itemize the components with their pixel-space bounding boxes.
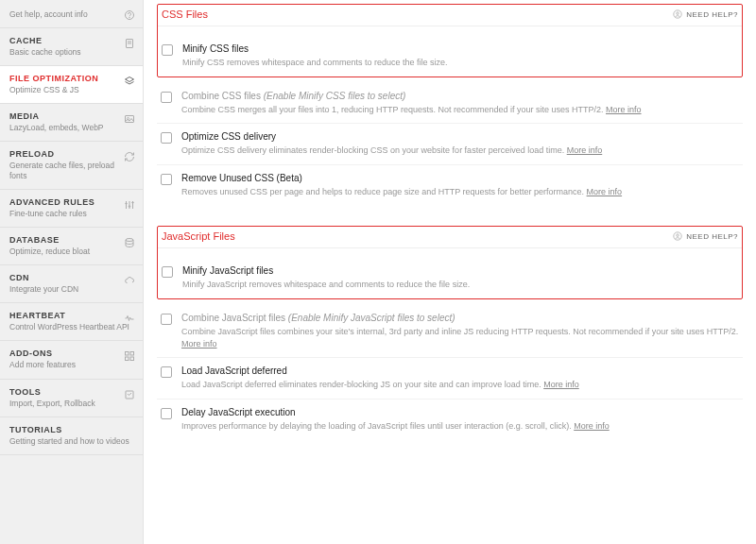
option-title: Combine JavaScript files (Enable Minify … [181, 313, 739, 323]
sidebar-item-title: ADD-ONS [9, 348, 133, 358]
sidebar-item-add-ons[interactable]: ADD-ONSAdd more features [0, 341, 143, 379]
sidebar-item-file-optimization[interactable]: FILE OPTIMIZATIONOptimize CSS & JS [0, 66, 143, 104]
option-title: Load JavaScript deferred [181, 366, 739, 376]
option-checkbox[interactable] [161, 174, 172, 185]
sidebar-item-help[interactable]: Get help, account info [0, 0, 143, 28]
option-description: Removes unused CSS per page and helps to… [181, 186, 739, 198]
need-help-link[interactable]: NEED HELP? [673, 231, 738, 241]
sidebar-item-tutorials[interactable]: TUTORIALSGetting started and how to vide… [0, 417, 143, 455]
option-checkbox[interactable] [161, 92, 172, 103]
option-body: Minify CSS filesMinify CSS removes white… [182, 43, 738, 69]
option-checkbox[interactable] [161, 314, 172, 325]
option-row: Load JavaScript deferredLoad JavaScript … [157, 358, 743, 400]
option-checkbox[interactable] [161, 408, 172, 419]
option-title: Remove Unused CSS (Beta) [181, 173, 739, 183]
section-title: CSS Files [162, 8, 208, 20]
sidebar-item-subtitle: Import, Export, Rollback [9, 399, 133, 409]
section-header: JavaScript FilesNEED HELP? [158, 227, 742, 248]
svg-rect-16 [130, 352, 134, 356]
option-checkbox[interactable] [162, 266, 173, 278]
layers-icon [124, 76, 135, 87]
option-title-text: Minify JavaScript files [182, 265, 273, 276]
sidebar-item-subtitle: LazyLoad, embeds, WebP [9, 123, 133, 133]
sidebar-item-cdn[interactable]: CDNIntegrate your CDN [0, 265, 143, 303]
sidebar-item-subtitle: Get help, account info [9, 9, 133, 20]
sidebar-item-cache[interactable]: CACHEBasic cache options [0, 28, 143, 66]
sidebar-item-title: MEDIA [9, 111, 133, 121]
sidebar-item-database[interactable]: DATABASEOptimize, reduce bloat [0, 228, 143, 265]
svg-point-23 [677, 234, 679, 237]
option-title-text: Minify CSS files [182, 43, 249, 54]
sliders-icon [124, 199, 135, 211]
option-body: Minify JavaScript filesMinify JavaScript… [182, 265, 738, 291]
option-description: Minify JavaScript removes whitespace and… [182, 279, 738, 291]
sidebar-item-title: HEARTBEAT [9, 311, 133, 320]
sidebar-item-tools[interactable]: TOOLSImport, Export, Rollback [0, 380, 143, 417]
option-checkbox[interactable] [161, 366, 172, 378]
tools-icon [124, 389, 135, 400]
svg-marker-5 [126, 77, 134, 82]
option-suffix: (Enable Minify JavaScript files to selec… [288, 313, 455, 323]
option-body: Delay JavaScript executionImproves perfo… [181, 407, 739, 433]
main-panel: CSS FilesNEED HELP?Minify CSS filesMinif… [144, 0, 756, 544]
addons-icon [124, 350, 135, 362]
option-row: Optimize CSS deliveryOptimize CSS delive… [157, 124, 743, 165]
sidebar-item-title: DATABASE [9, 235, 133, 245]
sidebar-item-media[interactable]: MEDIALazyLoad, embeds, WebP [0, 104, 143, 142]
sidebar-item-subtitle: Getting started and how to videos [9, 436, 133, 447]
svg-point-14 [126, 239, 133, 242]
sidebar-item-subtitle: Basic cache options [9, 47, 133, 58]
option-description: Improves performance by delaying the loa… [181, 420, 739, 433]
cache-icon [124, 38, 135, 49]
section-css-files: CSS FilesNEED HELP?Minify CSS filesMinif… [157, 4, 743, 205]
sidebar-item-subtitle: Control WordPress Heartbeat API [9, 322, 133, 332]
option-row: Combine CSS files (Enable Minify CSS fil… [157, 83, 743, 125]
option-title-text: Combine JavaScript files [181, 313, 285, 323]
option-title: Combine CSS files (Enable Minify CSS fil… [181, 91, 739, 101]
more-info-link[interactable]: More info [543, 380, 579, 389]
option-body: Remove Unused CSS (Beta)Removes unused C… [181, 173, 739, 198]
more-info-link[interactable]: More info [574, 421, 610, 431]
option-title: Minify JavaScript files [182, 265, 738, 276]
help-icon [124, 9, 135, 21]
highlight-box: JavaScript FilesNEED HELP?Minify JavaScr… [157, 226, 743, 299]
section-title: JavaScript Files [162, 230, 235, 242]
section-javascript-files: JavaScript FilesNEED HELP?Minify JavaScr… [157, 226, 743, 439]
svg-rect-15 [126, 352, 129, 356]
option-body: Optimize CSS deliveryOptimize CSS delive… [181, 131, 739, 157]
option-title: Delay JavaScript execution [181, 407, 739, 417]
sidebar-item-title: TOOLS [9, 387, 133, 397]
option-title: Minify CSS files [182, 43, 738, 54]
sidebar-item-title: PRELOAD [9, 149, 133, 159]
sidebar-item-preload[interactable]: PRELOADGenerate cache files, preload fon… [0, 142, 143, 190]
sidebar-item-title: CACHE [9, 36, 133, 45]
more-info-link[interactable]: More info [567, 145, 603, 155]
need-help-label: NEED HELP? [686, 10, 738, 19]
more-info-link[interactable]: More info [181, 339, 217, 348]
sidebar-item-subtitle: Optimize, reduce bloat [9, 246, 133, 257]
svg-rect-18 [130, 357, 134, 361]
option-description: Minify CSS removes whitespace and commen… [182, 57, 738, 69]
option-row: Combine JavaScript files (Enable Minify … [157, 305, 743, 358]
refresh-icon [124, 151, 135, 162]
highlight-box: CSS FilesNEED HELP?Minify CSS filesMinif… [157, 4, 743, 77]
option-title-text: Load JavaScript deferred [181, 366, 287, 376]
option-checkbox[interactable] [161, 132, 172, 144]
sidebar-item-title: TUTORIALS [9, 425, 133, 434]
more-info-link[interactable]: More info [587, 187, 623, 196]
sidebar-item-heartbeat[interactable]: HEARTBEATControl WordPress Heartbeat API [0, 303, 143, 341]
more-info-link[interactable]: More info [606, 105, 642, 114]
option-description: Combine CSS merges all your files into 1… [181, 104, 739, 116]
database-icon [124, 237, 135, 248]
need-help-link[interactable]: NEED HELP? [673, 9, 738, 19]
option-title-text: Optimize CSS delivery [181, 131, 276, 142]
option-body: Load JavaScript deferredLoad JavaScript … [181, 366, 739, 391]
sidebar-item-title: FILE OPTIMIZATION [9, 74, 133, 83]
option-body: Combine JavaScript files (Enable Minify … [181, 313, 739, 349]
sidebar-item-advanced-rules[interactable]: ADVANCED RULESFine-tune cache rules [0, 190, 143, 228]
option-body: Combine CSS files (Enable Minify CSS fil… [181, 91, 739, 116]
svg-point-1 [129, 17, 130, 18]
option-checkbox[interactable] [162, 44, 173, 56]
svg-point-21 [677, 12, 679, 14]
option-title-text: Combine CSS files [181, 91, 261, 101]
